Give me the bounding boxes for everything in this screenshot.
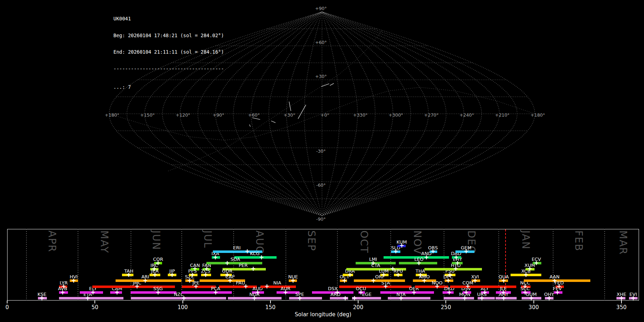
month-label-jun: JUN — [150, 230, 162, 250]
shower-bar-mon — [444, 297, 474, 299]
shower-peak-marker: + — [464, 248, 469, 254]
shower-peak-marker: + — [91, 289, 96, 296]
shower-peak-marker: + — [114, 289, 119, 296]
shower-peak-marker: + — [396, 272, 401, 278]
meteor-trail — [252, 118, 260, 119]
shower-peak-marker: + — [347, 272, 352, 278]
shower-peak-marker: + — [264, 283, 269, 289]
meteor-count-line: ...: 7 — [113, 84, 224, 90]
shower-label-nia: NIA — [273, 280, 281, 286]
month-label-feb: FEB — [573, 230, 585, 252]
shower-peak-marker: + — [252, 295, 257, 301]
meteor-trail — [321, 84, 329, 87]
shower-peak-marker: + — [430, 248, 435, 254]
sky-lat-label: +90° — [315, 6, 327, 11]
shower-bar-ori — [354, 279, 405, 282]
month-label-sep: SEP — [306, 230, 317, 251]
shower-peak-marker: + — [213, 289, 218, 296]
shower-peak-marker: + — [619, 295, 624, 301]
shower-peak-marker: + — [527, 266, 532, 272]
shower-peak-marker: + — [464, 289, 469, 296]
shower-bar-nzc — [131, 297, 226, 299]
shower-peak-marker: + — [190, 272, 195, 278]
sky-map: +90°+60°+30°-30°-60°-90°+180°+150°+120°+… — [0, 0, 644, 229]
sky-lon-label: +0° — [321, 112, 330, 118]
shower-bar-kcg — [234, 256, 277, 259]
shower-bar-nta — [388, 297, 430, 299]
shower-peak-marker: + — [399, 243, 404, 249]
shower-peak-marker: + — [393, 248, 398, 254]
shower-peak-marker: + — [454, 254, 459, 260]
shower-peak-marker: + — [135, 283, 140, 289]
sky-lon-label: +90° — [213, 112, 224, 118]
month-label-apr: APR — [46, 230, 58, 253]
sky-lon-label: +330° — [353, 112, 368, 118]
shower-bar-ari — [116, 279, 181, 282]
shower-peak-marker: + — [187, 278, 192, 284]
month-label-jan: JAN — [520, 230, 532, 250]
station-id: UK0041 — [113, 16, 224, 22]
end-time-line: End: 20260104 21:11:11 (sol = 284.16°) — [113, 49, 224, 55]
x-axis-tick-label: 0 — [5, 304, 9, 311]
shower-bar-sda — [206, 262, 262, 264]
shower-peak-marker: + — [352, 295, 357, 301]
shower-bar-pca — [181, 291, 232, 294]
shower-label-sda: SDA — [230, 257, 240, 262]
x-axis-tick-label: 150 — [265, 304, 276, 311]
month-boundary-line — [233, 229, 234, 301]
meteor-trail — [271, 121, 275, 123]
observation-info-block: UK0041 Beg: 20260104 17:48:21 (sol = 284… — [113, 5, 224, 101]
begin-time-line: Beg: 20260104 17:48:21 (sol = 284.02°) — [113, 33, 224, 39]
shower-peak-marker: + — [547, 295, 552, 301]
sky-lat-label: -90° — [316, 216, 326, 222]
sky-lon-label: +240° — [459, 112, 474, 118]
shower-peak-marker: + — [371, 278, 376, 284]
shower-peak-marker: + — [462, 295, 467, 301]
shower-peak-marker: + — [416, 260, 421, 266]
shower-peak-marker: + — [529, 295, 534, 301]
sky-lon-label: +300° — [389, 112, 403, 118]
shower-peak-marker: + — [213, 254, 218, 260]
shower-peak-marker: + — [435, 283, 440, 289]
shower-peak-marker: + — [501, 278, 506, 284]
shower-peak-marker: + — [194, 283, 199, 289]
shower-peak-marker: + — [156, 289, 161, 296]
shower-peak-marker: + — [555, 289, 560, 296]
shower-bar-spe — [289, 297, 322, 299]
shower-bar-eta — [59, 297, 123, 299]
shower-peak-marker: + — [283, 289, 288, 296]
shower-peak-marker: + — [523, 272, 528, 278]
sky-lon-label: +270° — [424, 112, 439, 118]
shower-peak-marker: + — [203, 272, 208, 278]
shower-peak-marker: + — [479, 295, 484, 301]
month-label-jul: JUL — [202, 230, 214, 248]
x-axis-tick-label: 50 — [92, 304, 98, 311]
sky-lat-label: -60° — [316, 182, 326, 188]
sky-lon-label: +30° — [284, 112, 296, 118]
shower-peak-marker: + — [39, 295, 44, 301]
shower-peak-marker: + — [422, 278, 427, 284]
month-boundary-line — [78, 229, 78, 301]
meteor-trail — [298, 105, 306, 119]
meteor-trail — [330, 83, 334, 86]
shower-peak-marker: + — [424, 254, 429, 260]
shower-peak-marker: + — [60, 289, 65, 296]
shower-peak-marker: + — [243, 283, 248, 289]
shower-peak-marker: + — [358, 289, 364, 296]
shower-peak-marker: + — [446, 278, 451, 284]
shower-peak-marker: + — [228, 278, 233, 284]
month-boundary-line — [604, 229, 605, 301]
shower-peak-marker: + — [342, 278, 347, 284]
x-axis-tick-label: 250 — [441, 304, 451, 311]
shower-peak-marker: + — [465, 283, 470, 289]
x-axis-title: Solar longitude (deg) — [295, 311, 351, 318]
shower-label-eri: ERI — [233, 245, 241, 250]
x-axis-tick — [445, 301, 446, 303]
shower-bar-noo — [415, 286, 448, 288]
shower-bar-oer — [380, 291, 434, 294]
separator-line: -------------------------------------- — [113, 66, 224, 72]
month-boundary-line — [26, 229, 27, 301]
month-boundary-line — [131, 229, 131, 301]
month-label-may: MAY — [98, 230, 110, 253]
shower-peak-marker: + — [411, 289, 416, 296]
